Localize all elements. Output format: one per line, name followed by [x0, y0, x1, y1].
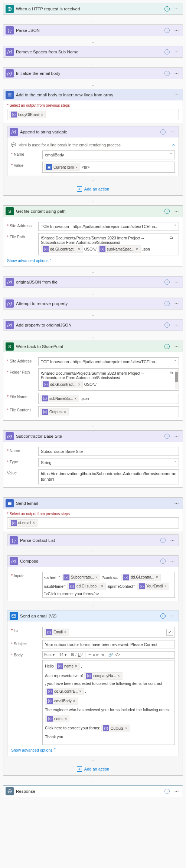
add-action-button[interactable]: +Add an action [3, 183, 183, 192]
bullets-button[interactable]: ≔ [88, 653, 91, 657]
info-icon[interactable]: i [163, 321, 171, 329]
menu-icon[interactable]: ··· [173, 500, 180, 507]
token-dtemail[interactable]: {x}dt.email× [9, 519, 37, 527]
token-subname[interactable]: {x}dd.GI.subco...× [67, 583, 106, 590]
to-field[interactable]: {x}Email× ⤢ [42, 627, 175, 638]
show-advanced-link[interactable]: Show advanced options [7, 258, 49, 263]
menu-icon[interactable]: ··· [169, 612, 176, 620]
subject-input[interactable]: Your subcontractor forms have been revie… [42, 640, 175, 649]
indent-button[interactable]: ⇥ [101, 653, 104, 657]
response-step[interactable]: Response i ··· [3, 785, 183, 797]
folder-picker-icon[interactable]: 🗀 [169, 235, 173, 239]
token-contract[interactable]: {x}dd.GI.contra...× [121, 574, 160, 581]
token-company[interactable]: {x}companyNa...× [84, 672, 123, 680]
token-name[interactable]: {x}name× [55, 663, 80, 670]
value-input[interactable]: https://tce-innovation.github.io/Subcont… [38, 469, 179, 484]
step-header[interactable]: S Get file content using path i ··· [3, 206, 183, 217]
compose-inputs-field[interactable]: <a href=" {x}Subcontrato...× ?contract= … [42, 572, 175, 598]
outdent-button[interactable]: ⇤ [96, 653, 99, 657]
remove-token-icon[interactable]: × [33, 521, 35, 525]
scope-header[interactable]: Send Email ··· [3, 498, 183, 509]
foreach-input[interactable]: {x}bodyOfEmail× [7, 109, 179, 120]
remove-token-icon[interactable]: × [78, 382, 80, 387]
info-icon[interactable]: i [163, 278, 171, 286]
italic-button[interactable]: I [75, 653, 76, 657]
remove-spaces-step[interactable]: {x} Remove Spaces from Sub Name i ··· [3, 46, 183, 58]
info-icon[interactable]: i [163, 48, 171, 56]
remove-token-icon[interactable]: × [41, 113, 43, 117]
file-path-field[interactable]: 🗀 /Shared Documents/Projects/Summer 2023… [38, 233, 179, 255]
info-icon[interactable]: i [163, 70, 171, 77]
info-icon[interactable]: i [163, 433, 171, 440]
menu-icon[interactable]: ··· [173, 48, 180, 56]
menu-icon[interactable]: ··· [173, 70, 180, 77]
foreach-input[interactable]: {x}dt.email× [7, 517, 179, 529]
menu-icon[interactable]: ··· [169, 128, 176, 136]
info-icon[interactable]: i [163, 788, 171, 795]
info-icon[interactable]: i [159, 537, 167, 544]
token-current-item[interactable]: ▣Current item× [44, 163, 80, 171]
append-header[interactable]: {x} Append to string variable i ··· [7, 126, 179, 138]
menu-icon[interactable]: ··· [173, 343, 180, 350]
initialize-body-step[interactable]: {x} Initialize the email body i ··· [3, 67, 183, 79]
add-action-button[interactable]: +Add an action [3, 763, 183, 772]
token-notes[interactable]: {x}notes× [45, 715, 69, 722]
folder-path-field[interactable]: 🗀 /Shared Documents/Projects/Summer 2023… [38, 368, 179, 391]
name-input[interactable]: Subcontrator Base Site [38, 447, 179, 456]
token-contract[interactable]: {x}dd.GI.contra...× [45, 688, 84, 695]
token-outputs[interactable]: {x}Outputs× [40, 408, 69, 415]
strike-button[interactable]: ∕ [82, 653, 83, 657]
menu-icon[interactable]: ··· [173, 5, 180, 13]
folder-picker-icon[interactable]: 🗀 [169, 370, 173, 375]
remove-token-icon[interactable]: × [136, 247, 138, 251]
info-icon[interactable]: i [159, 612, 167, 620]
parse-contact-list-step[interactable]: { } Parse Contact List i ··· [7, 534, 179, 546]
info-icon[interactable]: i [163, 5, 171, 13]
site-address-select[interactable]: TCE Innovation - https://judlauent.share… [38, 357, 179, 366]
trigger-step[interactable]: When a HTTP request is received i ··· [3, 3, 183, 15]
step-header[interactable]: {x} Subcontractor Base Site i ··· [3, 431, 183, 442]
parse-json-step[interactable]: { } Parse JSON i ··· [3, 24, 183, 36]
menu-icon[interactable]: ··· [169, 557, 176, 565]
menu-icon[interactable]: ··· [173, 433, 180, 440]
scrollbar[interactable] [175, 370, 178, 389]
foreach-header[interactable]: Add to the email body to insert new line… [3, 89, 183, 100]
token-bodyofemail[interactable]: {x}bodyOfEmail× [9, 111, 46, 118]
file-content-field[interactable]: {x}Outputs× [38, 406, 179, 417]
name-select[interactable]: emailBody [42, 150, 175, 159]
token-youremail[interactable]: {x}YourEmail× [137, 583, 169, 590]
menu-icon[interactable]: ··· [173, 91, 180, 99]
underline-button[interactable]: U [78, 653, 81, 657]
token-outputs[interactable]: {x}Outputs× [101, 725, 130, 732]
close-comment-icon[interactable]: × [172, 142, 175, 148]
expand-icon[interactable]: ⤢ [166, 629, 173, 636]
remove-property-step[interactable]: {x} Attempt to remove property i ··· [3, 298, 183, 309]
token-subname[interactable]: {x}subNameSp...× [40, 395, 79, 402]
info-icon[interactable]: i [159, 128, 167, 136]
menu-icon[interactable]: ··· [169, 537, 176, 544]
token-emailbody[interactable]: {x}emailBody× [45, 698, 78, 705]
step-header[interactable]: S Write back to SharePoint i ··· [3, 341, 183, 352]
info-icon[interactable]: i [163, 343, 171, 350]
menu-icon[interactable]: ··· [173, 300, 180, 307]
bold-button[interactable]: B [71, 653, 74, 657]
remove-token-icon[interactable]: × [64, 410, 66, 414]
step-header[interactable]: Send an email (V2) i ··· [7, 610, 179, 622]
remove-token-icon[interactable]: × [74, 397, 76, 401]
menu-icon[interactable]: ··· [173, 788, 180, 795]
token-email[interactable]: {x}Email× [44, 629, 69, 636]
remove-token-icon[interactable]: × [75, 165, 78, 169]
step-header[interactable]: {x} Compose i ··· [7, 556, 179, 567]
size-select[interactable]: 14 ▾ [59, 653, 66, 657]
token-contract[interactable]: {x}dd.GI.contract...× [41, 245, 83, 253]
token-subname[interactable]: {x}subNameSpac...× [98, 245, 141, 253]
token-contract[interactable]: {x}dd.GI.contract...× [41, 381, 83, 388]
info-icon[interactable]: i [163, 27, 171, 34]
file-name-field[interactable]: {x}subNameSp...× .json [38, 393, 179, 404]
link-button[interactable]: 🔗 [108, 653, 113, 657]
info-icon[interactable]: i [163, 300, 171, 307]
code-view-button[interactable]: </> [114, 653, 120, 657]
font-select[interactable]: Font ▾ [44, 653, 55, 657]
info-icon[interactable]: i [159, 557, 167, 565]
add-property-step[interactable]: {x} Add property to originalJSON i ··· [3, 319, 183, 331]
